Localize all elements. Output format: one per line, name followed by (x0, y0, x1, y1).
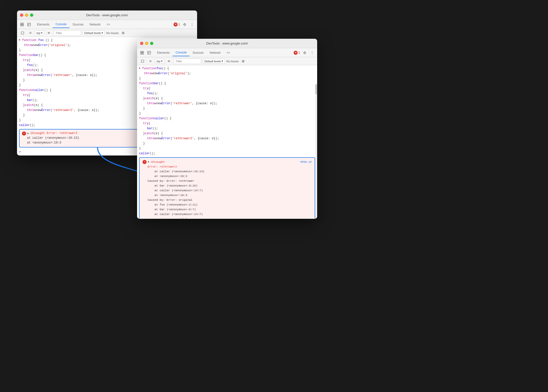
tab-sources-1[interactable]: Sources (70, 21, 87, 28)
tab-network-2[interactable]: Network (207, 50, 224, 56)
devtools-window-2: DevTools - www.google.com/ Elements Cons… (137, 39, 317, 219)
error-icon-1: ✕ (22, 132, 26, 136)
svg-rect-2 (21, 25, 22, 26)
kebab-icon-2[interactable]: ⋮ (309, 50, 315, 56)
cursor-icon-1[interactable] (19, 22, 25, 28)
detail-error-line-7: at bar (<anonymous>:6:7) (148, 207, 312, 212)
minimize-button-1[interactable] (25, 14, 28, 17)
minimize-button-2[interactable] (145, 42, 148, 45)
tab-more-1[interactable]: >> (104, 21, 113, 28)
clear-btn-2[interactable] (139, 58, 146, 64)
detail-error-line-8: at caller (<anonymous>:14:7) (148, 212, 312, 217)
detail-error-body-2: Error: rethrower2 at caller (<anonymous>… (143, 164, 312, 218)
svg-rect-0 (21, 23, 22, 24)
error-badge-2: ✕ 1 (294, 51, 300, 55)
eye-btn-1[interactable]: 👁 (46, 30, 52, 36)
context-chevron-1: ▾ (41, 31, 43, 34)
tab-more-2[interactable]: >> (224, 50, 233, 56)
settings-icon-2[interactable]: ⚙ (302, 50, 308, 56)
context-selector-1[interactable]: top ▾ (35, 30, 44, 35)
tab-bar-1: Elements Console Sources Network >> (34, 21, 113, 28)
prompt-char-1: > (19, 150, 21, 154)
detail-error-line-6: at foo (<anonymous>:2:11) (148, 202, 312, 207)
toolbar-right-2: ✕ 1 ⚙ ⋮ (294, 50, 315, 56)
detail-error-caused2: Caused by: Error: original (148, 198, 312, 202)
window-title-2: DevTools - www.google.com/ (206, 42, 248, 45)
default-levels-1[interactable]: Default levels ▾ (83, 30, 105, 35)
error-circle-2: ✕ (294, 51, 298, 55)
detail-error-main-2: Uncaught (151, 160, 165, 164)
tab-elements-1[interactable]: Elements (34, 21, 53, 28)
context-chevron-2: ▾ (161, 60, 163, 63)
layout-icon-2[interactable] (146, 50, 152, 56)
layout-icon-1[interactable] (26, 22, 32, 28)
tab-bar-2: Elements Console Sources Network >> (154, 49, 233, 56)
traffic-lights-2 (140, 42, 153, 45)
detail-error-header-2: ✕ ▶ Uncaught VM30:16 (143, 160, 312, 164)
detail-error-line-1: at caller (<anonymous>:16:13) (148, 169, 312, 174)
context-label-2: top (157, 60, 160, 63)
svg-rect-3 (22, 25, 24, 26)
scroll-thumb-2[interactable] (315, 84, 317, 94)
title-bar-1: DevTools - www.google.com/ (17, 10, 197, 20)
svg-rect-13 (148, 51, 151, 54)
svg-rect-16 (141, 60, 144, 62)
error-main-text-1: Uncaught Error: rethrower2 (31, 131, 77, 136)
settings-icon-1[interactable]: ⚙ (182, 22, 188, 28)
kebab-icon-1[interactable]: ⋮ (189, 22, 195, 28)
maximize-button-2[interactable] (150, 42, 153, 45)
expand-arrow-1[interactable]: ▶ (19, 38, 21, 42)
maximize-button-1[interactable] (30, 14, 33, 17)
cursor-icon-2[interactable] (139, 50, 145, 56)
error-count-2: 1 (298, 51, 300, 54)
detail-expand-arrow-2[interactable]: ▶ (148, 160, 150, 164)
main-toolbar-1: Elements Console Sources Network >> ✕ 1 … (17, 20, 197, 29)
main-toolbar-2: Elements Console Sources Network >> ✕ 1 … (137, 48, 317, 57)
context-label-1: top (37, 32, 40, 34)
tab-sources-2[interactable]: Sources (190, 50, 207, 56)
error-expand-arrow-1[interactable]: ▶ (28, 132, 29, 136)
ban-btn-2[interactable]: ⊘ (148, 58, 153, 64)
close-button-2[interactable] (140, 42, 143, 45)
scrollbar-2[interactable] (315, 84, 317, 218)
clear-btn-1[interactable] (19, 30, 26, 36)
console-toolbar-2: ⊘ top ▾ 👁 Default levels ▾ No Issues ⚙ (137, 57, 317, 65)
issues-settings-2[interactable]: ⚙ (240, 58, 246, 64)
vm-link-2[interactable]: VM30:16 (300, 160, 312, 164)
issues-settings-1[interactable]: ⚙ (120, 30, 126, 36)
detail-error-line-9: at <anonymous>:19:3 (148, 217, 312, 218)
svg-rect-11 (141, 53, 142, 54)
detail-error-line-3: at bar (<anonymous>:8:15) (148, 184, 312, 188)
detail-error-line-2: at <anonymous>:19:3 (148, 174, 312, 179)
window-title-1: DevTools - www.google.com/ (86, 13, 128, 17)
close-button-1[interactable] (20, 14, 23, 17)
detail-error-line-5: at <anonymous>:19:3 (148, 193, 312, 198)
svg-rect-1 (22, 23, 24, 24)
tab-network-1[interactable]: Network (87, 21, 104, 28)
detail-error-caused1: Caused by: Error: rethrower (148, 179, 312, 184)
detail-error-line-4: at caller (<anonymous>:14:7) (148, 188, 312, 193)
expand-arrow-2[interactable]: ▶ (139, 66, 141, 70)
filter-input-1[interactable] (54, 30, 81, 36)
traffic-lights-1 (20, 14, 33, 17)
svg-rect-10 (142, 51, 144, 52)
svg-rect-12 (142, 53, 144, 54)
default-levels-2[interactable]: Default levels ▾ (203, 59, 225, 64)
eye-btn-2[interactable]: 👁 (166, 59, 172, 64)
console-toolbar-1: ⊘ top ▾ 👁 Default levels ▾ No Issues ⚙ (17, 29, 197, 37)
error-badge-1: ✕ 1 (174, 22, 180, 26)
no-issues-2: No Issues (226, 60, 239, 63)
svg-rect-9 (141, 51, 142, 52)
ban-btn-1[interactable]: ⊘ (28, 30, 33, 36)
tab-console-2[interactable]: Console (173, 49, 190, 56)
detail-error-icon-2: ✕ (143, 160, 147, 164)
error-count-1: 1 (178, 23, 180, 26)
tab-console-1[interactable]: Console (53, 21, 70, 28)
title-bar-2: DevTools - www.google.com/ (137, 39, 317, 48)
tab-elements-2[interactable]: Elements (154, 50, 173, 56)
context-selector-2[interactable]: top ▾ (155, 59, 164, 64)
error-circle-1: ✕ (174, 22, 178, 26)
filter-input-2[interactable] (174, 58, 201, 64)
detail-error-box-2[interactable]: ✕ ▶ Uncaught VM30:16 Error: rethrower2 a… (139, 157, 315, 218)
svg-rect-4 (28, 23, 31, 26)
